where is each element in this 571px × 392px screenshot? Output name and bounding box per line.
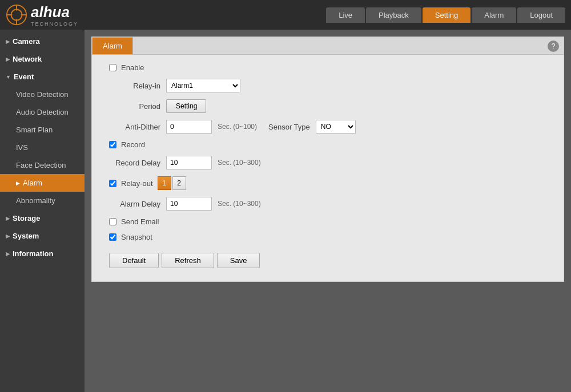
sidebar-item-storage[interactable]: ▶ Storage <box>0 209 85 227</box>
record-delay-label: Record Delay <box>103 159 160 167</box>
enable-row: Enable <box>103 63 552 72</box>
relay-in-label: Relay-in <box>103 82 160 90</box>
snapshot-checkbox[interactable] <box>109 233 116 241</box>
relay-out-label: Relay-out <box>121 179 153 188</box>
tab-live[interactable]: Live <box>326 7 365 23</box>
anti-dither-input[interactable] <box>166 120 212 134</box>
sidebar-item-system[interactable]: ▶ System <box>0 227 85 245</box>
anti-dither-label: Anti-Dither <box>103 123 160 131</box>
sidebar-item-ivs[interactable]: IVS <box>0 139 85 156</box>
sidebar-item-network-label: Network <box>13 55 42 63</box>
send-email-label: Send Email <box>121 217 159 226</box>
sidebar-item-audio-detection-label: Audio Detection <box>16 108 69 116</box>
sidebar-arrow-active: ▶ <box>16 180 20 186</box>
sidebar-item-abnormality-label: Abnormality <box>16 196 55 205</box>
content-area: Alarm ? Enable Relay-in Alarm1 Alarm2 Al… <box>85 30 571 392</box>
sidebar-item-audio-detection[interactable]: Audio Detection <box>0 103 85 121</box>
sidebar-item-information-label: Information <box>13 249 54 258</box>
record-delay-input[interactable] <box>166 156 212 169</box>
chevron-right-icon: ▶ <box>6 216 10 221</box>
record-delay-unit: Sec. (10~300) <box>218 159 261 167</box>
anti-dither-unit: Sec. (0~100) <box>218 123 257 131</box>
period-label: Period <box>103 102 160 111</box>
alarm-delay-label: Alarm Delay <box>103 200 160 208</box>
chevron-right-icon: ▶ <box>6 233 10 239</box>
sidebar-item-network[interactable]: ▶ Network <box>0 50 85 68</box>
sidebar-item-information[interactable]: ▶ Information <box>0 245 85 262</box>
sidebar-item-smart-plan[interactable]: Smart Plan <box>0 121 85 139</box>
tab-setting[interactable]: Setting <box>423 7 471 23</box>
enable-label: Enable <box>121 63 144 72</box>
alarm-delay-row: Alarm Delay Sec. (10~300) <box>103 197 552 211</box>
sidebar-item-camera[interactable]: ▶ Camera <box>0 33 85 50</box>
bottom-buttons: Default Refresh Save <box>103 253 552 268</box>
tab-logout[interactable]: Logout <box>517 7 565 23</box>
sidebar-item-video-detection-label: Video Detection <box>16 90 69 99</box>
logo-main-text: alhua <box>31 3 70 21</box>
sensor-type-select[interactable]: NO NC <box>316 120 356 134</box>
relay-out-row: Relay-out 1 2 <box>103 176 552 190</box>
record-checkbox[interactable] <box>109 141 116 148</box>
logo-sub-text: TECHNOLOGY <box>31 21 78 27</box>
alarm-delay-unit: Sec. (10~300) <box>218 200 261 208</box>
period-row: Period Setting <box>103 99 552 113</box>
alarm-delay-input[interactable] <box>166 197 212 211</box>
header: alhua TECHNOLOGY Live Playback Setting A… <box>0 0 571 30</box>
record-row: Record <box>103 140 552 149</box>
sidebar-item-storage-label: Storage <box>13 214 40 223</box>
sidebar-item-ivs-label: IVS <box>16 143 28 152</box>
svg-point-1 <box>11 10 22 21</box>
main-layout: ▶ Camera ▶ Network ▼ Event Video Detecti… <box>0 30 571 392</box>
anti-dither-row: Anti-Dither Sec. (0~100) Sensor Type NO … <box>103 120 552 134</box>
help-icon[interactable]: ? <box>548 41 559 52</box>
record-delay-row: Record Delay Sec. (10~300) <box>103 156 552 169</box>
sidebar-item-alarm[interactable]: ▶ Alarm <box>0 174 85 192</box>
refresh-button[interactable]: Refresh <box>162 253 214 268</box>
period-setting-button[interactable]: Setting <box>166 99 206 113</box>
snapshot-row: Snapshot <box>103 233 552 241</box>
nav-tabs: Live Playback Setting Alarm Logout <box>326 7 565 23</box>
sidebar-item-event[interactable]: ▼ Event <box>0 68 85 86</box>
sidebar-item-face-detection-label: Face Detection <box>16 161 66 169</box>
sidebar-item-video-detection[interactable]: Video Detection <box>0 86 85 103</box>
send-email-checkbox[interactable] <box>109 218 116 225</box>
sidebar-item-abnormality[interactable]: Abnormality <box>0 192 85 209</box>
relay-out-btn-2[interactable]: 2 <box>172 176 186 190</box>
enable-checkbox[interactable] <box>109 64 116 71</box>
relay-out-checkbox[interactable] <box>109 180 116 187</box>
send-email-row: Send Email <box>103 217 552 226</box>
panel-body: Enable Relay-in Alarm1 Alarm2 Alarm3 Per… <box>92 55 564 277</box>
tab-playback[interactable]: Playback <box>366 7 421 23</box>
sidebar-item-camera-label: Camera <box>13 37 40 46</box>
default-button[interactable]: Default <box>109 253 159 268</box>
snapshot-label: Snapshot <box>121 233 152 241</box>
record-label: Record <box>121 140 145 149</box>
chevron-right-icon: ▶ <box>6 39 10 45</box>
panel-tabs: Alarm <box>92 37 564 55</box>
sidebar: ▶ Camera ▶ Network ▼ Event Video Detecti… <box>0 30 85 392</box>
chevron-right-icon: ▶ <box>6 56 10 62</box>
sidebar-item-event-label: Event <box>14 72 34 81</box>
chevron-right-icon: ▶ <box>6 251 10 257</box>
logo-icon <box>6 4 27 26</box>
chevron-down-icon: ▼ <box>6 74 11 80</box>
sidebar-item-smart-plan-label: Smart Plan <box>16 126 53 134</box>
sidebar-item-system-label: System <box>13 232 39 240</box>
save-button[interactable]: Save <box>217 253 260 268</box>
panel: Alarm ? Enable Relay-in Alarm1 Alarm2 Al… <box>91 37 564 282</box>
panel-tab-alarm[interactable]: Alarm <box>92 37 133 54</box>
sensor-type-label: Sensor Type <box>263 123 310 131</box>
tab-alarm[interactable]: Alarm <box>472 7 516 23</box>
sidebar-item-alarm-label: Alarm <box>23 179 42 187</box>
relay-in-row: Relay-in Alarm1 Alarm2 Alarm3 <box>103 79 552 92</box>
logo: alhua TECHNOLOGY <box>0 3 78 27</box>
relay-out-buttons: 1 2 <box>158 176 186 190</box>
relay-out-btn-1[interactable]: 1 <box>158 176 171 190</box>
relay-in-select[interactable]: Alarm1 Alarm2 Alarm3 <box>166 79 240 92</box>
sidebar-item-face-detection[interactable]: Face Detection <box>0 156 85 174</box>
